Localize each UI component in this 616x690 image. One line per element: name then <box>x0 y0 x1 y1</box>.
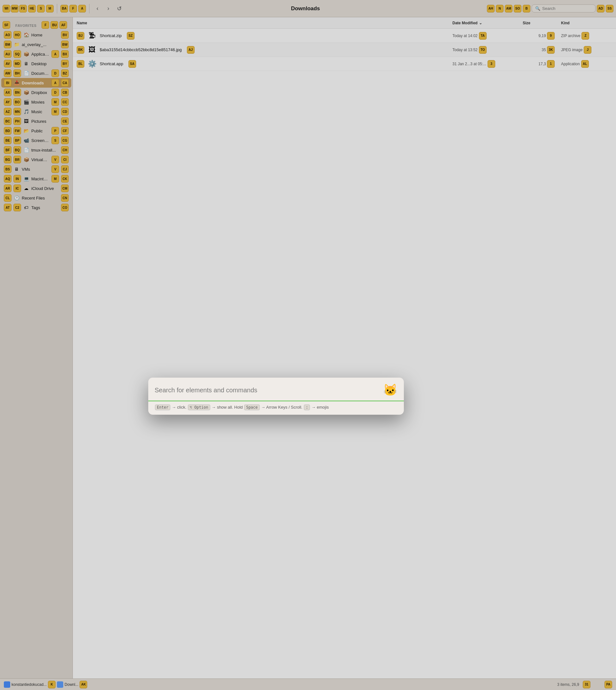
command-palette: 🐱 Enter → click. ⌥ Option → show all. Ho… <box>148 378 404 415</box>
colon-key: : <box>304 404 310 410</box>
command-palette-overlay[interactable]: 🐱 Enter → click. ⌥ Option → show all. Ho… <box>0 0 616 690</box>
enter-key: Enter <box>155 404 170 410</box>
command-palette-input[interactable] <box>155 386 379 394</box>
space-key: Space <box>244 404 260 410</box>
command-palette-hint: Enter → click. ⌥ Option → show all. Hold… <box>148 401 404 415</box>
option-key: ⌥ Option <box>188 404 210 410</box>
command-palette-input-row: 🐱 <box>148 378 404 401</box>
command-palette-mascot: 🐱 <box>383 383 397 397</box>
